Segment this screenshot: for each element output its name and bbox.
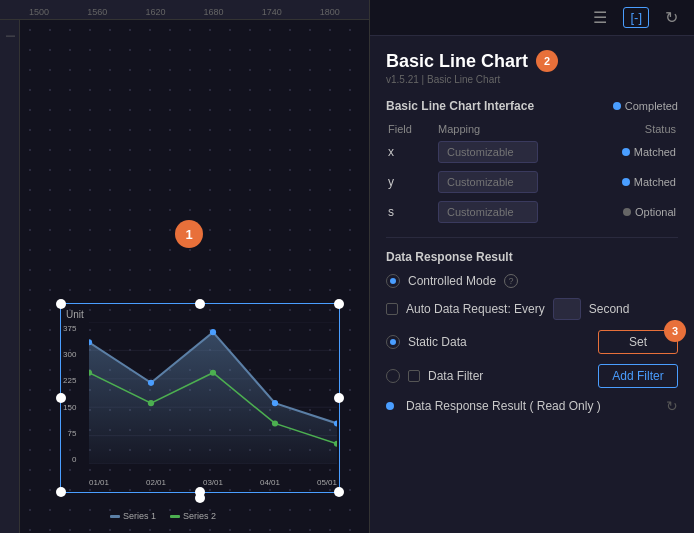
ruler-mark: 1740 <box>262 7 282 17</box>
ruler-mark: 1680 <box>204 7 224 17</box>
y-label: 0 <box>72 455 76 464</box>
svg-point-10 <box>272 400 278 406</box>
interface-table: Field Mapping Status x Matched y Matc <box>386 123 678 223</box>
legend-dot-series2 <box>170 515 180 518</box>
interface-title: Basic Line Chart Interface <box>386 99 534 113</box>
mapping-input-x[interactable] <box>438 141 538 163</box>
chart-y-title: Unit <box>66 309 84 320</box>
panel-toolbar: ☰ [-] ↻ <box>370 0 694 36</box>
auto-request-row: Auto Data Request: Every Second <box>386 298 678 320</box>
ruler-mark: 1560 <box>87 7 107 17</box>
static-data-radio[interactable] <box>386 335 400 349</box>
svg-point-8 <box>148 380 154 386</box>
ruler-top: 1500 1560 1620 1680 1740 1800 <box>0 0 369 20</box>
chart-legend: Series 1 Series 2 <box>110 511 216 521</box>
status-label-y: Matched <box>634 176 676 188</box>
legend-dot-series1 <box>110 515 120 518</box>
panel-title-row: Basic Line Chart 2 <box>386 50 678 72</box>
ruler-mark: 1500 <box>29 7 49 17</box>
status-label-s: Optional <box>635 206 676 218</box>
auto-request-checkbox[interactable] <box>386 303 398 315</box>
data-filter-label: Data Filter <box>428 369 483 383</box>
data-response-title: Data Response Result <box>386 250 678 264</box>
static-data-row: Static Data Set 3 <box>386 330 678 354</box>
read-only-row: Data Response Result ( Read Only ) ↻ <box>386 398 678 414</box>
col-field: Field <box>388 123 438 135</box>
y-label: 300 <box>63 350 76 359</box>
y-label: 375 <box>63 324 76 333</box>
second-input[interactable] <box>553 298 581 320</box>
radio-inner-static <box>390 339 396 345</box>
second-label: Second <box>589 302 630 316</box>
completed-dot <box>613 102 621 110</box>
ruler-marks: 1500 1560 1620 1680 1740 1800 <box>0 7 369 17</box>
legend-series1: Series 1 <box>110 511 156 521</box>
chart-inner: Unit 375 300 225 150 75 0 <box>61 304 339 492</box>
completed-status: Completed <box>613 100 678 112</box>
help-icon[interactable]: ? <box>504 274 518 288</box>
data-filter-checkbox[interactable] <box>408 370 420 382</box>
field-y: y <box>388 175 438 189</box>
x-label: 04/01 <box>260 478 280 487</box>
status-y: Matched <box>586 176 676 188</box>
table-row-y: y Matched <box>386 171 678 193</box>
status-s: Optional <box>586 206 676 218</box>
chart-widget[interactable]: Unit 375 300 225 150 75 0 <box>60 303 340 493</box>
ruler-mark: 1620 <box>145 7 165 17</box>
y-label: 150 <box>63 403 76 412</box>
y-label: 225 <box>63 376 76 385</box>
controlled-mode-radio[interactable] <box>386 274 400 288</box>
canvas-area[interactable]: Unit 375 300 225 150 75 0 <box>20 20 369 533</box>
ruler-left: | <box>0 20 20 533</box>
svg-marker-6 <box>89 332 337 464</box>
divider-1 <box>386 237 678 238</box>
data-tab-icon[interactable]: [-] <box>623 7 649 28</box>
y-label: 75 <box>67 429 76 438</box>
field-x: x <box>388 145 438 159</box>
panel-content: Basic Line Chart 2 v1.5.21 | Basic Line … <box>370 36 694 533</box>
refresh-icon[interactable]: ↻ <box>661 4 682 31</box>
col-status: Status <box>586 123 676 135</box>
y-axis: 375 300 225 150 75 0 <box>63 324 78 464</box>
controlled-mode-row: Controlled Mode ? <box>386 274 678 288</box>
table-header: Field Mapping Status <box>386 123 678 135</box>
svg-point-13 <box>148 400 154 406</box>
data-filter-radio[interactable] <box>386 369 400 383</box>
status-dot-x <box>622 148 630 156</box>
auto-request-label: Auto Data Request: Every <box>406 302 545 316</box>
table-row-s: s Optional <box>386 201 678 223</box>
x-label: 01/01 <box>89 478 109 487</box>
read-only-label: Data Response Result ( Read Only ) <box>406 399 601 413</box>
legend-series2: Series 2 <box>170 511 216 521</box>
legend-label-series2: Series 2 <box>183 511 216 521</box>
badge-1: 1 <box>175 220 203 248</box>
svg-point-14 <box>210 370 216 376</box>
filter-icon[interactable]: ☰ <box>589 4 611 31</box>
x-label: 05/01 <box>317 478 337 487</box>
status-label-x: Matched <box>634 146 676 158</box>
static-data-label: Static Data <box>408 335 590 349</box>
status-dot-y <box>622 178 630 186</box>
completed-label: Completed <box>625 100 678 112</box>
x-label: 03/01 <box>203 478 223 487</box>
read-only-dot <box>386 402 394 410</box>
panel-subtitle: v1.5.21 | Basic Line Chart <box>386 74 678 85</box>
mapping-input-s[interactable] <box>438 201 538 223</box>
col-mapping: Mapping <box>438 123 586 135</box>
read-only-refresh-icon[interactable]: ↻ <box>666 398 678 414</box>
chart-svg <box>89 322 337 464</box>
badge-3: 3 <box>664 320 686 342</box>
mapping-input-y[interactable] <box>438 171 538 193</box>
radio-inner <box>390 278 396 284</box>
svg-point-15 <box>272 420 278 426</box>
controlled-mode-label: Controlled Mode <box>408 274 496 288</box>
data-filter-row: Data Filter Add Filter <box>386 364 678 388</box>
add-filter-button[interactable]: Add Filter <box>598 364 678 388</box>
status-dot-s <box>623 208 631 216</box>
status-x: Matched <box>586 146 676 158</box>
x-label: 02/01 <box>146 478 166 487</box>
svg-point-9 <box>210 329 216 335</box>
panel-title-text: Basic Line Chart <box>386 51 528 72</box>
badge-2: 2 <box>536 50 558 72</box>
resize-handle-outer-bottom[interactable] <box>195 493 205 503</box>
